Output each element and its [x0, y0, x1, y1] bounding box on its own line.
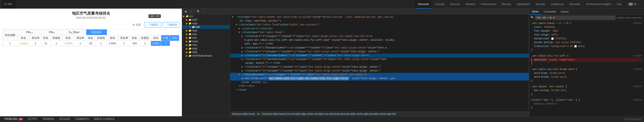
- file-tree-item-singl[interactable]: ▶ 📁 singl: [182, 47, 230, 50]
- tab-con[interactable]: ▶ con...: [2, 0, 16, 9]
- styles-tabs: Styles Computed Layout: [529, 9, 644, 15]
- inspect-icon[interactable]: ◉: [184, 10, 188, 13]
- dom-line-selected[interactable]: ▼ <th hassubcolumns="true" colspan="2" c…: [230, 73, 529, 77]
- preview-header: 地区空气质量考核排名 2023-08-01至2023-08-03: [2, 11, 180, 21]
- gitliens-tab[interactable]: GITLIENS: [57, 116, 72, 122]
- counter-badge: 42: [628, 3, 633, 6]
- dom-line[interactable]: ▶ <colgroup> = </colgroup>: [230, 27, 529, 31]
- breadcrumb-item[interactable]: thead:ant-table-thead: [232, 113, 255, 115]
- dom-line[interactable]: ▼ <thead class="ant-table-thead" >: [230, 31, 529, 34]
- download-data-icon: ↓: [165, 24, 166, 26]
- folder-icon: ▶ 📁: [183, 15, 188, 18]
- preview-toolbar: ⚙ 设置 ↓ 下载图片 ↓ 下载数据: [2, 22, 180, 28]
- color-swatch: [551, 38, 554, 40]
- tab-network[interactable]: Network: [463, 0, 478, 9]
- dom-line[interactable]: ▶ <th colstart="5" colspan="1" colend="1…: [230, 50, 529, 54]
- dom-line[interactable]: ition: sticky; ri...: [230, 80, 529, 84]
- preview-title: 地区空气质量考核排名: [2, 11, 180, 16]
- table-header-o3: O₃_90per: [62, 30, 86, 35]
- settings-icon[interactable]: ⚙: [634, 3, 636, 6]
- file-tree-item-repo[interactable]: ▶ 📁 repo: [182, 36, 230, 40]
- dom-line-highlighted[interactable]: ▶ <th colstart="13" hassubcolumns="true"…: [230, 54, 529, 58]
- tab-sources[interactable]: Sources: [447, 0, 463, 9]
- expand-arrow[interactable]: ▼: [232, 15, 235, 19]
- dom-line-selected[interactable]: w-cell-break-word"> ant-table-cell-fix-r…: [230, 77, 529, 80]
- folder-icon: ▶ 📁: [186, 44, 192, 46]
- settings-button[interactable]: ⚙ 设置: [130, 22, 143, 27]
- dom-line[interactable]: th: 17px; overflow: scroll;">: [230, 19, 529, 23]
- output-tab[interactable]: OUTPUT: [26, 116, 40, 122]
- folder-icon: ▼ 📁: [189, 26, 195, 28]
- file-tree-item-respo[interactable]: ▶ 📁 respo: [182, 40, 230, 43]
- dom-line[interactable]: ▶ <th colstart="0" colspan="1" colend="0…: [230, 34, 529, 38]
- tab-console[interactable]: Console: [432, 0, 447, 9]
- dom-line[interactable]: ▶ <th colstart="15" hassubcolumns="true"…: [230, 58, 529, 61]
- tab-elements[interactable]: Elements: [415, 0, 432, 9]
- dom-line[interactable]: </tr> </tr>: [230, 84, 529, 88]
- dom-line[interactable]: ▶ <th colstart="17" colspan="2" colend="…: [230, 65, 529, 69]
- breadcrumb-item[interactable]: td: [257, 113, 259, 115]
- file-tree-item-inde[interactable]: ▼ 📁 inde: [182, 25, 230, 29]
- folder-icon: ▶ 📁: [186, 33, 192, 36]
- breadcrumb-item[interactable]: thead:ant-table-thead td th.ant-table-al…: [262, 113, 396, 115]
- file-tree-item-regu[interactable]: ▶ 📁 regu: [182, 32, 230, 36]
- tab-performance[interactable]: Performance: [478, 0, 499, 9]
- overflow-wrap-label: overflow-wrap: break-word;: [616, 16, 642, 19]
- styles-filter-input[interactable]: [535, 16, 616, 20]
- dom-line[interactable]: -align: center;"> = </th>: [230, 61, 529, 65]
- tab-application[interactable]: Application: [514, 0, 533, 9]
- download-icon: ↓: [146, 24, 148, 26]
- folder-icon: ▶ 📁: [186, 29, 192, 32]
- file-tree-item-rolev[interactable]: ▶ 📁 rolev: [182, 43, 230, 47]
- dom-line[interactable]: ▶ <th colstart="19" colspan="2" colend="…: [230, 69, 529, 73]
- comments-tab[interactable]: COMMENTS: [72, 116, 91, 122]
- folder-icon: ▶ 📁: [186, 51, 192, 54]
- more-icon[interactable]: ⋯: [638, 3, 640, 6]
- devtools-toolbar: ◉ ⬚ 🔍 ⋮: [182, 9, 529, 14]
- folder-icon: ▶ 📁: [186, 22, 192, 25]
- devtools-top-tabs: ▶ con... Elements Console Sources Networ…: [0, 0, 644, 9]
- breadcrumb-bar: thead:ant-table-thead › td › thead:ant-t…: [230, 112, 529, 116]
- tab-performance-insights[interactable]: Performance Insights: [584, 0, 614, 9]
- dom-line[interactable]: ▼ <div class="ant-table-header ant-table…: [230, 15, 529, 19]
- debug-console-tab[interactable]: DEBUG CONSOLE: [91, 116, 117, 122]
- folder-icon: ▶ 📁: [186, 36, 192, 39]
- tab-styles[interactable]: Styles: [529, 9, 541, 15]
- search-icon[interactable]: 🔍: [196, 10, 201, 13]
- file-tree-item-con[interactable]: ▶ 📁 con: [182, 14, 230, 18]
- dom-line[interactable]: k-word ant-table-cell-fix-left ant-table…: [230, 38, 529, 42]
- dom-panel: ▼ <div class="ant-table-header ant-table…: [230, 14, 529, 116]
- dom-code: ▼ <div class="ant-table-header ant-table…: [230, 14, 529, 112]
- file-tree-item-regio2[interactable]: ▶ 📁 regio: [182, 29, 230, 32]
- dom-line[interactable]: ▼ <table class="ant-table-fixed" style="…: [230, 23, 529, 27]
- watermark: CSDN·紫花&遇见: [624, 118, 642, 121]
- problems-tab[interactable]: PROBLEMS 22: [2, 116, 26, 122]
- css-rule-ant: [class*='ant-'], [class*='ant-'] <style>…: [531, 98, 642, 110]
- file-tree-item-sitepollutant[interactable]: ▶ 📁 sitePollutantAnalys: [182, 54, 230, 58]
- dom-line[interactable]: left: 0px;"> = </th>: [230, 42, 529, 46]
- dom-line[interactable]: </thead>: [230, 88, 529, 92]
- terminal-tab[interactable]: TERMINAL: [40, 116, 57, 122]
- download-data-button[interactable]: ↓ 下载数据: [163, 22, 180, 28]
- table-header-pm10: PM₁₀: [42, 30, 62, 35]
- data-table: 综合指数 PM₂.₅ PM₁₀ O₃_90per 综合得分 排名 变化率 排名 …: [2, 29, 180, 46]
- tab-security[interactable]: Security: [533, 0, 548, 9]
- tab-layout[interactable]: Layout: [558, 9, 571, 15]
- css-rule-layout: .ant-layout .ant-layout <style> { box-si…: [531, 85, 642, 96]
- css-rule-break-word: .ant-table-row-cell-break-word <style> {…: [531, 68, 642, 83]
- download-image-button[interactable]: ↓ 下载图片: [144, 22, 161, 28]
- tab-memory[interactable]: Memory: [499, 0, 514, 9]
- dom-line[interactable]: ▶ <th colstart="1" hassubcolumns="true" …: [230, 46, 529, 50]
- tab-vue[interactable]: Vue: [614, 0, 624, 9]
- file-icon: ▶: [5, 3, 7, 5]
- tab-recorder[interactable]: Recorder: [567, 0, 584, 9]
- device-icon[interactable]: ⬚: [188, 10, 193, 13]
- file-tree-item-regio1[interactable]: ▶ 📁 regio: [182, 22, 230, 25]
- tab-lighthouse[interactable]: Lighthouse: [548, 0, 567, 9]
- file-tree-item-realt[interactable]: ▶ 📁 realT: [182, 18, 230, 22]
- web-preview-panel: 地区空气质量考核排名 2023-08-01至2023-08-03 ⚙ 设置 ↓ …: [0, 9, 182, 116]
- file-tree-item-sitee[interactable]: ▶ 📁 siteE: [182, 50, 230, 54]
- more-toolbar-icon[interactable]: ⋮: [202, 10, 206, 13]
- tab-computed[interactable]: Computed: [541, 9, 558, 15]
- folder-icon: ▶ 📁: [186, 47, 192, 50]
